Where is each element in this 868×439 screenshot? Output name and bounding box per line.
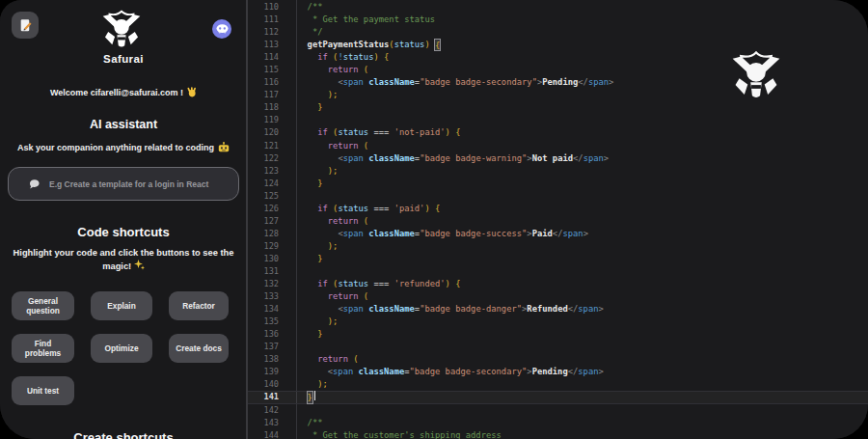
line-number: 139 (248, 366, 279, 378)
line-number: 125 (248, 190, 279, 203)
line-number: 119 (248, 114, 279, 126)
chat-bubble-icon (29, 179, 40, 189)
shortcut-button-explain[interactable]: Explain (91, 291, 152, 320)
prompt-input[interactable] (47, 178, 229, 190)
prompt-input-container[interactable] (8, 167, 239, 201)
code-shortcuts-subtext: Highlight your code and click the button… (13, 247, 234, 273)
line-number: 124 (248, 178, 279, 190)
code-line-129[interactable]: 129 ); (248, 240, 868, 253)
line-number: 113 (248, 39, 279, 51)
line-number: 141 (248, 391, 279, 403)
code-line-113[interactable]: 113 getPaymentStatus(status) { (248, 39, 868, 51)
code-shortcuts-heading: Code shortcuts (0, 225, 247, 239)
line-number: 140 (248, 378, 279, 391)
line-number: 112 (248, 26, 279, 39)
line-number: 118 (248, 101, 279, 114)
code-line-115[interactable]: 115 return ( (248, 64, 868, 76)
code-line-127[interactable]: 127 return ( (248, 215, 868, 228)
code-line-144[interactable]: 144 * Get the customer's shipping addres… (248, 429, 868, 439)
line-number: 111 (248, 14, 279, 26)
line-number: 123 (248, 165, 279, 178)
code-line-138[interactable]: 138 return ( (248, 353, 868, 366)
code-line-119[interactable]: 119 (248, 114, 868, 126)
safurai-logo (99, 10, 144, 52)
text-cursor (314, 391, 316, 400)
line-number: 143 (248, 417, 279, 429)
line-number: 131 (248, 265, 279, 278)
line-number: 137 (248, 341, 279, 353)
shortcut-button-general-question[interactable]: General question (12, 291, 74, 320)
line-number: 136 (248, 328, 279, 341)
shortcut-button-find-problems[interactable]: Find problems (12, 334, 74, 363)
line-number: 115 (248, 64, 279, 76)
note-edit-icon (18, 18, 33, 33)
code-line-120[interactable]: 120 if (status === 'not-paid') { (248, 126, 868, 139)
code-line-137[interactable]: 137 (248, 341, 868, 353)
shortcut-button-refactor[interactable]: Refactor (169, 291, 229, 320)
code-line-111[interactable]: 111 * Get the payment status (248, 14, 868, 26)
code-line-142[interactable]: 142 (248, 404, 868, 417)
safurai-sidebar: Safurai Welcome cifarelli@safurai.com ! … (0, 0, 247, 439)
code-line-143[interactable]: 143 /** (248, 417, 868, 429)
shortcut-button-grid: General question Explain Refactor Find p… (12, 291, 231, 405)
line-number: 133 (248, 290, 279, 303)
line-number: 135 (248, 316, 279, 328)
note-edit-button[interactable] (12, 12, 39, 39)
code-lines[interactable]: 110 /**111 * Get the payment status112 *… (248, 0, 868, 439)
line-number: 126 (248, 203, 279, 215)
code-line-139[interactable]: 139 <span className="badge badge-seconda… (248, 366, 868, 378)
line-number: 138 (248, 353, 279, 366)
line-number: 134 (248, 303, 279, 316)
ai-assistant-subtext: Ask your companion anything related to c… (0, 142, 247, 152)
line-number: 132 (248, 278, 279, 290)
code-line-125[interactable]: 125 (248, 190, 868, 203)
line-number: 128 (248, 228, 279, 240)
code-line-116[interactable]: 116 <span className="badge badge-seconda… (248, 76, 868, 89)
shortcut-button-create-docs[interactable]: Create docs (169, 334, 229, 363)
code-line-123[interactable]: 123 ); (248, 165, 868, 178)
line-number: 122 (248, 152, 279, 165)
line-number: 130 (248, 253, 279, 265)
code-line-118[interactable]: 118 } (248, 101, 868, 114)
line-number: 121 (248, 140, 279, 152)
code-line-124[interactable]: 124 } (248, 178, 868, 190)
robot-emoji (218, 142, 230, 152)
code-line-141[interactable]: 141 } (248, 391, 868, 403)
code-line-133[interactable]: 133 return ( (248, 290, 868, 303)
code-line-135[interactable]: 135 ); (248, 316, 868, 328)
code-line-128[interactable]: 128 <span className="badge badge-success… (248, 228, 868, 240)
line-number: 142 (248, 404, 279, 417)
line-number: 116 (248, 76, 279, 89)
ai-assistant-heading: AI assistant (0, 118, 247, 131)
code-line-136[interactable]: 136 } (248, 328, 868, 341)
code-line-126[interactable]: 126 if (status === 'paid') { (248, 203, 868, 215)
code-line-122[interactable]: 122 <span className="badge badge-warning… (248, 152, 868, 165)
sparkles-emoji (134, 260, 145, 270)
discord-button[interactable] (212, 19, 231, 39)
line-number: 144 (248, 429, 279, 439)
code-line-130[interactable]: 130 } (248, 253, 868, 265)
code-line-114[interactable]: 114 if (!status) { (248, 51, 868, 64)
line-number: 127 (248, 215, 279, 228)
line-number: 120 (248, 126, 279, 139)
line-number: 117 (248, 89, 279, 101)
create-shortcuts-heading: Create shortcuts (0, 430, 247, 439)
line-number: 114 (248, 51, 279, 64)
shortcut-button-unit-test[interactable]: Unit test (12, 376, 74, 405)
code-line-132[interactable]: 132 if (status === 'refunded') { (248, 278, 868, 290)
welcome-text: Welcome cifarelli@safurai.com ! (0, 87, 247, 97)
code-line-112[interactable]: 112 */ (248, 26, 868, 39)
brand-title: Safurai (0, 53, 247, 65)
shortcut-button-optimize[interactable]: Optimize (91, 334, 152, 363)
code-line-140[interactable]: 140 ); (248, 378, 868, 391)
wave-emoji (187, 87, 197, 97)
code-line-117[interactable]: 117 ); (248, 89, 868, 101)
line-number: 110 (248, 1, 279, 14)
code-line-121[interactable]: 121 return ( (248, 140, 868, 152)
code-line-131[interactable]: 131 (248, 265, 868, 278)
line-number: 129 (248, 240, 279, 253)
code-editor[interactable]: 110 /**111 * Get the payment status112 *… (248, 0, 868, 439)
discord-icon (216, 24, 229, 34)
code-line-134[interactable]: 134 <span className="badge badge-danger"… (248, 303, 868, 316)
code-line-110[interactable]: 110 /** (248, 1, 868, 14)
